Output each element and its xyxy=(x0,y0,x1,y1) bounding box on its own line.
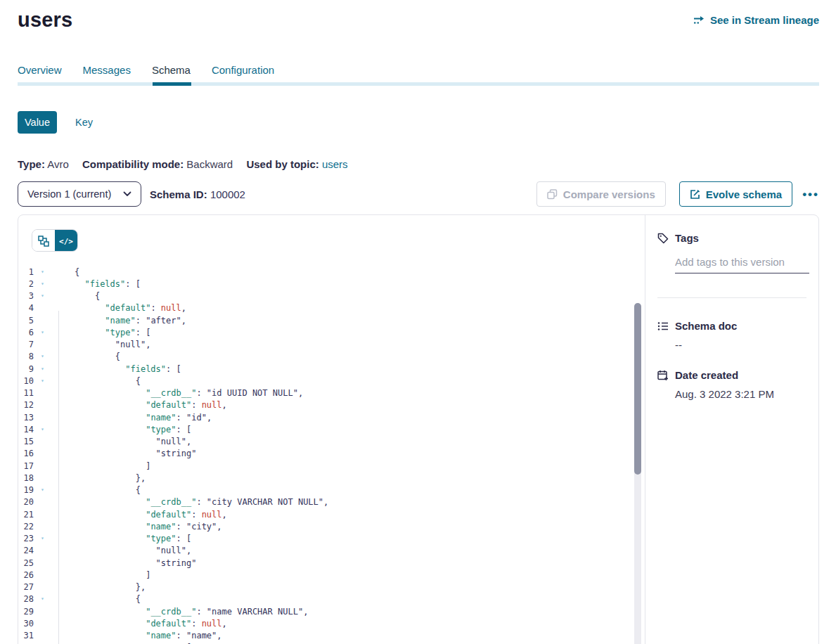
line-number: 30 xyxy=(18,619,34,629)
compare-versions-button[interactable]: Compare versions xyxy=(536,181,666,207)
more-actions-button[interactable]: ••• xyxy=(802,188,819,200)
tag-icon xyxy=(657,233,669,244)
line-number: 6 xyxy=(18,328,34,337)
fold-toggle-icon[interactable]: ▾ xyxy=(34,536,58,541)
fold-toggle-icon[interactable]: ▾ xyxy=(34,427,58,432)
version-select[interactable]: Version 1 (current) xyxy=(18,181,141,207)
code-line: 9▾ "fields": [ xyxy=(18,363,645,375)
line-number: 15 xyxy=(18,437,34,446)
code-line: 13 "name": "id", xyxy=(18,411,645,423)
code-line: 7 "null", xyxy=(18,339,645,351)
code-line: 3▾ { xyxy=(18,290,645,302)
line-number: 24 xyxy=(18,546,34,555)
fold-toggle-icon[interactable]: ▾ xyxy=(34,596,58,602)
date-created-title: Date created xyxy=(675,369,738,381)
code-line: 14▾ "type": [ xyxy=(18,423,645,435)
line-number: 27 xyxy=(18,582,34,592)
fold-toggle-icon[interactable]: ▾ xyxy=(34,269,58,275)
add-tags-input[interactable] xyxy=(675,256,809,273)
scrollbar-thumb[interactable] xyxy=(634,303,641,475)
code-text: }, xyxy=(58,582,146,592)
line-number: 22 xyxy=(18,522,34,532)
code-line: 21 "default": null, xyxy=(18,508,645,520)
code-line: 24 "null", xyxy=(18,545,645,557)
line-number: 8 xyxy=(18,352,34,361)
code-line: 5 "name": "after", xyxy=(18,314,645,326)
code-text: "name": "name", xyxy=(58,631,222,640)
line-number: 28 xyxy=(18,594,34,604)
tab-schema[interactable]: Schema xyxy=(152,64,191,82)
value-tab-button[interactable]: Value xyxy=(18,111,57,134)
line-number: 1 xyxy=(18,267,34,277)
code-text: "default": null, xyxy=(58,303,186,313)
stream-lineage-link[interactable]: See in Stream lineage xyxy=(693,14,819,26)
fold-toggle-icon[interactable]: ▾ xyxy=(34,281,58,287)
code-line: 4 "default": null, xyxy=(18,302,645,314)
code-text: "null", xyxy=(58,340,150,349)
code-line: 10▾ { xyxy=(18,375,645,387)
tab-messages[interactable]: Messages xyxy=(83,64,131,82)
tab-underline-track xyxy=(18,82,819,86)
tree-view-button[interactable] xyxy=(32,230,55,252)
code-line: 12 "default": null, xyxy=(18,399,645,411)
evolve-schema-button[interactable]: Evolve schema xyxy=(679,181,792,207)
page-title: users xyxy=(18,8,72,32)
code-text: "fields": [ xyxy=(58,364,181,374)
code-line: 22 "name": "city", xyxy=(18,520,645,532)
line-number: 16 xyxy=(18,449,34,458)
tree-icon xyxy=(38,236,49,247)
code-text: "fields": [ xyxy=(58,279,141,289)
line-number: 29 xyxy=(18,607,34,617)
date-created-value: Aug. 3 2022 3:21 PM xyxy=(675,388,804,400)
key-tab-button[interactable]: Key xyxy=(75,117,93,128)
line-number: 7 xyxy=(18,340,34,349)
code-text: "__crdb__": "id UUID NOT NULL", xyxy=(58,388,303,398)
tags-title: Tags xyxy=(675,232,699,244)
fold-toggle-icon[interactable]: ▾ xyxy=(34,487,58,493)
code-line: 31 "name": "name", xyxy=(18,630,645,642)
fold-toggle-icon[interactable]: ▾ xyxy=(34,378,58,384)
line-number: 10 xyxy=(18,376,34,386)
code-text: ] xyxy=(58,461,150,471)
compare-icon xyxy=(547,189,558,200)
line-number: 23 xyxy=(18,534,34,543)
tab-underline-active xyxy=(153,82,191,86)
code-line: 30 "default": null, xyxy=(18,617,645,629)
code-icon: </> xyxy=(59,237,73,246)
code-line: 1▾{ xyxy=(18,266,645,278)
fold-toggle-icon[interactable]: ▾ xyxy=(34,366,58,372)
code-text: "default": null, xyxy=(58,400,227,410)
topic-link[interactable]: users xyxy=(322,158,348,170)
date-created-section-header: Date created xyxy=(657,369,804,381)
schema-id: Schema ID: 100002 xyxy=(150,188,245,200)
code-text: { xyxy=(58,485,141,495)
version-bar: Version 1 (current) Schema ID: 100002 Co… xyxy=(18,181,819,207)
code-text: "default": null, xyxy=(58,619,227,629)
code-line: 20 "__crdb__": "city VARCHAR NOT NULL", xyxy=(18,496,645,508)
code-text: { xyxy=(58,267,79,277)
fold-toggle-icon[interactable]: ▾ xyxy=(34,330,58,335)
schema-id-value: 100002 xyxy=(210,188,245,200)
tab-bar: Overview Messages Schema Configuration xyxy=(18,64,819,82)
code-text: }, xyxy=(58,473,146,483)
code-view-button[interactable]: </> xyxy=(55,230,77,252)
edit-icon xyxy=(690,189,700,200)
line-number: 4 xyxy=(18,303,34,313)
tab-overview[interactable]: Overview xyxy=(18,64,62,82)
code-line: 11 "__crdb__": "id UUID NOT NULL", xyxy=(18,387,645,399)
code-lines: 1▾{2▾ "fields": [3▾ {4 "default": null,5… xyxy=(18,266,645,644)
compatibility-value: Backward xyxy=(186,158,233,170)
code-text: "name": "id", xyxy=(58,413,212,423)
type-value: Avro xyxy=(47,158,69,170)
fold-toggle-icon[interactable]: ▾ xyxy=(34,293,58,299)
tab-configuration[interactable]: Configuration xyxy=(212,64,274,82)
code-text: "null", xyxy=(58,546,191,555)
scrollbar-track[interactable] xyxy=(634,303,641,644)
fold-toggle-icon[interactable]: ▾ xyxy=(34,354,58,359)
chevron-down-icon xyxy=(123,191,131,197)
code-text: "string" xyxy=(58,558,196,568)
code-text: "string" xyxy=(58,449,196,458)
line-number: 5 xyxy=(18,316,34,326)
line-number: 31 xyxy=(18,631,34,640)
line-number: 3 xyxy=(18,291,34,301)
